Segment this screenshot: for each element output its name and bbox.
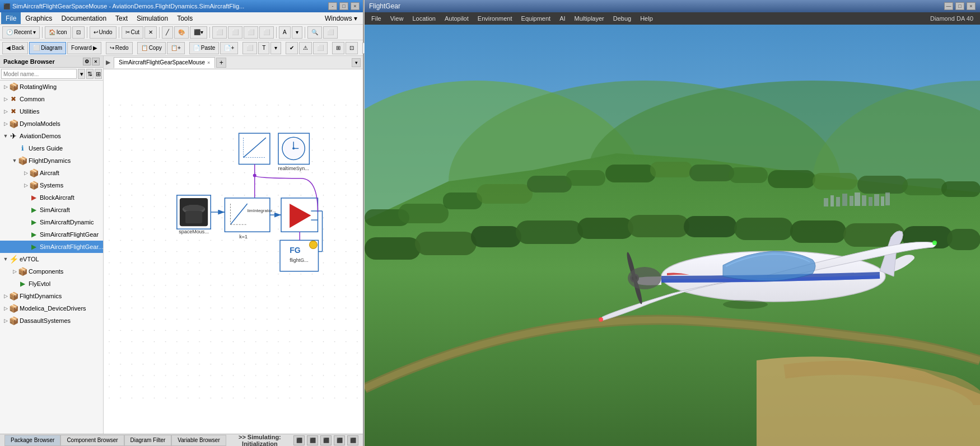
more-view-btn[interactable]: ⬜: [313, 42, 328, 54]
tree-item-flightdynamics-top[interactable]: ▷ 📦 FlightDynamics: [0, 290, 103, 302]
group-button[interactable]: ⬜: [259, 26, 274, 39]
spacemouse-block[interactable]: spaceMous...: [177, 195, 211, 234]
tree-item-aircraft[interactable]: ▷ 📦 Aircraft: [0, 167, 103, 179]
diagram-menu-button[interactable]: ▾: [352, 58, 361, 67]
fg-menu-view[interactable]: View: [386, 12, 408, 25]
menu-text[interactable]: Text: [111, 12, 132, 24]
tab-close-button[interactable]: ×: [207, 60, 210, 65]
status-tab-diagram-filter[interactable]: Diagram Filter: [124, 435, 172, 446]
paste-ref-button[interactable]: 📄+: [220, 42, 238, 54]
status-icon-4[interactable]: ⬛: [334, 435, 345, 445]
tree-item-modelica-devicedrivers[interactable]: ▷ 📦 Modelica_DeviceDrivers: [0, 302, 103, 314]
menu-windows[interactable]: Windows ▾: [320, 13, 362, 24]
tree-item-simaircraft-flightgear-spacemouse[interactable]: ▶ SimAircraftFlightGear...: [0, 241, 103, 253]
tree-item-systems[interactable]: ▷ 📦 Systems: [0, 179, 103, 191]
flightgear-block[interactable]: FG flightG...: [280, 240, 318, 271]
transform-button[interactable]: A: [279, 26, 291, 39]
fg-menu-debug[interactable]: Debug: [609, 12, 636, 25]
fg-minimize-button[interactable]: —: [944, 2, 953, 10]
paste-button[interactable]: 📄 Paste: [189, 42, 220, 54]
font-button[interactable]: ▾: [292, 26, 302, 39]
minimize-button[interactable]: -: [328, 2, 337, 10]
fg-menu-environment[interactable]: Environment: [473, 12, 517, 25]
zoom-in-button[interactable]: 🔍: [307, 26, 322, 39]
menu-simulation[interactable]: Simulation: [132, 12, 172, 24]
check-button[interactable]: ✔: [286, 42, 298, 54]
pkg-browser-settings-button[interactable]: ⚙: [83, 58, 91, 65]
menu-documentation[interactable]: Documentation: [57, 12, 111, 24]
fg-menu-multiplayer[interactable]: Multiplayer: [570, 12, 609, 25]
fg-menu-help[interactable]: Help: [636, 12, 657, 25]
back-button[interactable]: ◀ Back: [2, 42, 28, 54]
color2-button[interactable]: ▾: [270, 42, 281, 54]
color-button[interactable]: 🎨: [174, 26, 189, 39]
forward-button[interactable]: Forward ▶: [67, 42, 101, 54]
fg-menu-equipment[interactable]: Equipment: [517, 12, 556, 25]
realtime-sync-block[interactable]: realtimeSyn...: [278, 133, 310, 171]
copy-ref-button[interactable]: 📋+: [167, 42, 185, 54]
align-button[interactable]: ⬜: [212, 26, 227, 39]
status-icon-2[interactable]: ⬛: [307, 435, 318, 445]
fg-close-button[interactable]: ×: [967, 2, 976, 10]
tree-item-common[interactable]: ▷ ✖ Common: [0, 93, 103, 105]
menu-graphics[interactable]: Graphics: [21, 12, 57, 24]
play-block[interactable]: [281, 198, 318, 232]
distribute-button[interactable]: ⬜: [228, 26, 242, 39]
status-tab-variable-browser[interactable]: Variable Browser: [171, 435, 226, 446]
fg-menu-ai[interactable]: AI: [555, 12, 570, 25]
status-icon-1[interactable]: ⬛: [293, 435, 305, 445]
tree-item-dassaultsystemes[interactable]: ▷ 📦 DassaultSystemes: [0, 314, 103, 327]
layer-button[interactable]: ⬜: [244, 26, 258, 39]
arrange-button[interactable]: ⬛▾: [190, 26, 207, 39]
status-icon-3[interactable]: ⬛: [320, 435, 332, 445]
copy-button[interactable]: 📋 Copy: [137, 42, 166, 54]
fg-menu-file[interactable]: File: [367, 12, 386, 25]
tree-item-blockaircraft[interactable]: ▶ BlockAircraft: [0, 191, 103, 204]
close-button[interactable]: ×: [351, 2, 360, 10]
active-diagram-tab[interactable]: SimAircraftFlightGearSpaceMouse ×: [114, 57, 215, 68]
diagram-button[interactable]: ⬜ Diagram: [29, 42, 66, 54]
warning-button[interactable]: ⚠: [299, 42, 312, 54]
icon-button[interactable]: 🏠 Icon: [45, 26, 71, 39]
tree-item-simaircraft[interactable]: ▶ SimAircraft: [0, 204, 103, 216]
fg-maximize-button[interactable]: □: [955, 2, 964, 10]
menu-tools[interactable]: Tools: [172, 12, 197, 24]
search-sort-button[interactable]: ⇅: [86, 69, 94, 79]
tree-item-components[interactable]: ▷ 📦 Components: [0, 265, 103, 278]
draw-line-button[interactable]: ╱: [162, 26, 173, 39]
rect-button[interactable]: ⬜: [242, 42, 257, 54]
pkg-browser-close-button[interactable]: ×: [92, 58, 100, 65]
table-button[interactable]: ⊞: [332, 42, 344, 54]
search-expand-button[interactable]: ⊞: [95, 69, 102, 79]
add-diagram-tab-button[interactable]: +: [216, 58, 226, 68]
fit-button[interactable]: ⊡: [72, 26, 85, 39]
status-icon-5[interactable]: ⬛: [347, 435, 358, 445]
diagram-canvas[interactable]: realtimeSyn...: [104, 69, 363, 434]
tree-item-simaircraft-dynamic[interactable]: ▶ SimAircraftDynamic: [0, 216, 103, 228]
tree-item-aviationdemos[interactable]: ▼ ✈ AviationDemos: [0, 130, 103, 142]
model-name-search[interactable]: [1, 69, 77, 79]
tree-item-evtol[interactable]: ▼ ⚡ eVTOL: [0, 253, 103, 265]
recent-button[interactable]: 🕐 Recent ▾: [2, 26, 40, 39]
menu-file[interactable]: File: [1, 12, 21, 24]
maximize-button[interactable]: □: [339, 2, 348, 10]
dot-grid-button[interactable]: ⊡: [346, 42, 358, 54]
more1-button[interactable]: ⬜: [323, 26, 338, 39]
search-filter-button[interactable]: ▾: [78, 69, 85, 79]
text-button[interactable]: T: [258, 42, 269, 54]
tree-item-usersguide[interactable]: ℹ Users Guide: [0, 142, 103, 154]
tree-item-utilities[interactable]: ▷ ✖ Utilities: [0, 105, 103, 118]
cut-button[interactable]: ✂ Cut: [122, 26, 144, 39]
ramp-block[interactable]: [239, 133, 270, 164]
tree-item-flightdynamics[interactable]: ▼ 📦 FlightDynamics: [0, 154, 103, 167]
redo-button[interactable]: ↪ Redo: [106, 42, 133, 54]
undo-button[interactable]: ↩ Undo: [90, 26, 116, 39]
fg-menu-autopilot[interactable]: Autopilot: [440, 12, 473, 25]
tree-item-simaircraft-flightgear[interactable]: ▶ SimAircraftFlightGear: [0, 228, 103, 241]
tree-item-flyevtol[interactable]: ▶ FlyEvtol: [0, 278, 103, 290]
fg-menu-location[interactable]: Location: [408, 12, 440, 25]
status-tab-pkg-browser[interactable]: Package Browser: [4, 435, 60, 446]
tree-item-rotatingwing[interactable]: ▷ 📦 RotatingWing: [0, 81, 103, 93]
delete-button[interactable]: ✕: [144, 26, 157, 39]
status-tab-component-browser[interactable]: Component Browser: [60, 435, 124, 446]
